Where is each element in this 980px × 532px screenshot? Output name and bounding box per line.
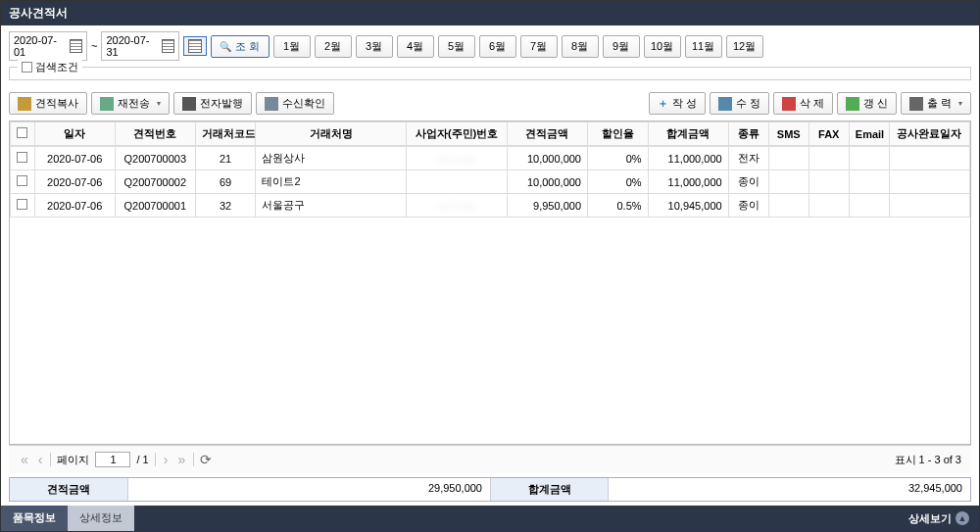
reload-button[interactable]: ⟳	[200, 452, 212, 467]
pager-display: 표시 1 - 3 of 3	[895, 453, 961, 467]
summary-est-label: 견적금액	[10, 478, 127, 501]
cell-biz	[407, 170, 508, 194]
tab-item-info[interactable]: 품목정보	[1, 506, 68, 531]
month-3-button[interactable]: 3월	[356, 35, 393, 58]
cell-type: 종이	[728, 194, 768, 218]
create-button[interactable]: ＋작 성	[649, 92, 706, 115]
col-type[interactable]: 종류	[728, 122, 768, 146]
pager: « ‹ 페이지 / 1 › » ⟳ 표시 1 - 3 of 3	[9, 445, 971, 473]
month-9-button[interactable]: 9월	[603, 35, 640, 58]
table-row[interactable]: 2020-07-06 Q200700003 21 삼원상사 ··· ·· ···…	[11, 147, 970, 170]
select-all-checkbox[interactable]	[17, 127, 27, 138]
date-to-input[interactable]: 2020-07-31	[101, 31, 179, 61]
search-button[interactable]: 조 회	[211, 35, 269, 58]
window-title: 공사견적서	[1, 1, 979, 25]
page-input[interactable]	[95, 452, 130, 467]
col-sms[interactable]: SMS	[768, 122, 808, 146]
edoc-button[interactable]: 전자발행	[173, 92, 252, 115]
copy-icon	[18, 97, 31, 111]
col-date[interactable]: 일자	[34, 122, 115, 146]
cell-email	[849, 147, 889, 170]
col-vendorcode[interactable]: 거래처코드	[195, 122, 256, 146]
month-8-button[interactable]: 8월	[562, 35, 599, 58]
last-page-button[interactable]: »	[175, 452, 187, 467]
cell-total: 10,945,000	[648, 194, 728, 218]
cell-email	[849, 194, 889, 218]
col-email[interactable]: Email	[849, 122, 889, 146]
cell-email	[849, 170, 889, 194]
summary-total-label: 합계금액	[490, 478, 608, 501]
chevron-up-icon: ▲	[956, 511, 969, 525]
cell-biz: ··· ·· ·····	[407, 147, 508, 170]
cell-est: 10,000,000	[507, 170, 587, 194]
row-checkbox[interactable]	[17, 175, 27, 186]
col-bizno[interactable]: 사업자(주민)번호	[407, 122, 508, 146]
col-fax[interactable]: FAX	[808, 122, 849, 146]
cell-est: 9,950,000	[507, 194, 587, 218]
month-5-button[interactable]: 5월	[438, 35, 475, 58]
cell-estno: Q200700002	[115, 170, 195, 194]
next-page-button[interactable]: ›	[162, 452, 171, 467]
cell-sms	[768, 170, 808, 194]
row-checkbox[interactable]	[17, 152, 27, 163]
prev-page-button[interactable]: ‹	[36, 452, 45, 467]
calendar-icon	[188, 39, 202, 53]
send-icon	[100, 97, 114, 111]
month-10-button[interactable]: 10월	[644, 35, 681, 58]
cell-type: 전자	[728, 147, 768, 170]
date-from-input[interactable]: 2020-07-01	[9, 31, 87, 61]
cell-fax	[808, 194, 849, 218]
month-12-button[interactable]: 12월	[726, 35, 763, 58]
col-vendorname[interactable]: 거래처명	[256, 122, 407, 146]
cell-estno: Q200700001	[115, 194, 195, 218]
first-page-button[interactable]: «	[19, 452, 30, 467]
table-row[interactable]: 2020-07-06 Q200700002 69 테이트2 10,000,000…	[11, 170, 970, 194]
month-1-button[interactable]: 1월	[273, 35, 311, 58]
calendar-button[interactable]	[183, 36, 207, 56]
col-estamt[interactable]: 견적금액	[507, 122, 587, 146]
col-total[interactable]: 합계금액	[648, 122, 728, 146]
calendar-icon[interactable]	[70, 39, 82, 53]
delete-button[interactable]: 삭 제	[773, 92, 833, 115]
cell-code: 21	[195, 147, 256, 170]
cell-estno: Q200700003	[115, 147, 195, 170]
edit-icon	[718, 97, 732, 111]
month-11-button[interactable]: 11월	[685, 35, 722, 58]
mail-icon	[265, 97, 278, 111]
calendar-icon[interactable]	[162, 39, 174, 53]
month-4-button[interactable]: 4월	[397, 35, 434, 58]
resend-button[interactable]: 재전송	[91, 92, 170, 115]
month-7-button[interactable]: 7월	[520, 35, 558, 58]
detail-view-button[interactable]: 상세보기▲	[899, 506, 979, 531]
cell-disc: 0%	[588, 147, 649, 170]
print-icon	[182, 97, 196, 111]
month-2-button[interactable]: 2월	[315, 35, 352, 58]
cell-disc: 0.5%	[588, 194, 649, 218]
cell-total: 11,000,000	[648, 147, 728, 170]
copy-button[interactable]: 견적복사	[9, 92, 87, 115]
cell-name: 서울공구	[256, 194, 407, 218]
col-donedate[interactable]: 공사완료일자	[889, 122, 969, 146]
search-icon	[220, 40, 231, 52]
refresh-button[interactable]: 갱 신	[837, 92, 897, 115]
cell-sms	[768, 147, 808, 170]
cell-biz: ··· ·· ·····	[407, 194, 508, 218]
cell-done	[889, 147, 969, 170]
filter-toolbar: 2020-07-01 ~ 2020-07-31 조 회 1월 2월 3월 4월 …	[1, 25, 979, 67]
print-button[interactable]: 출 력	[901, 92, 971, 115]
month-6-button[interactable]: 6월	[479, 35, 516, 58]
page-total: / 1	[136, 454, 148, 465]
receive-check-button[interactable]: 수신확인	[256, 92, 334, 115]
tab-detail-info[interactable]: 상세정보	[68, 506, 134, 531]
search-cond-label: 검색조건	[35, 60, 78, 74]
edit-button[interactable]: 수 정	[710, 92, 769, 115]
search-cond-checkbox[interactable]	[22, 62, 32, 73]
col-estno[interactable]: 견적번호	[115, 122, 195, 146]
row-checkbox[interactable]	[17, 199, 27, 210]
col-disc[interactable]: 할인율	[588, 122, 649, 146]
data-grid: 일자 견적번호 거래처코드 거래처명 사업자(주민)번호 견적금액 할인율 합계…	[9, 121, 971, 445]
summary-bar: 견적금액 29,950,000 합계금액 32,945,000	[9, 477, 971, 502]
table-row[interactable]: 2020-07-06 Q200700001 32 서울공구 ··· ·· ···…	[11, 194, 970, 218]
page-label: 페이지	[57, 453, 89, 467]
cell-code: 32	[195, 194, 256, 218]
